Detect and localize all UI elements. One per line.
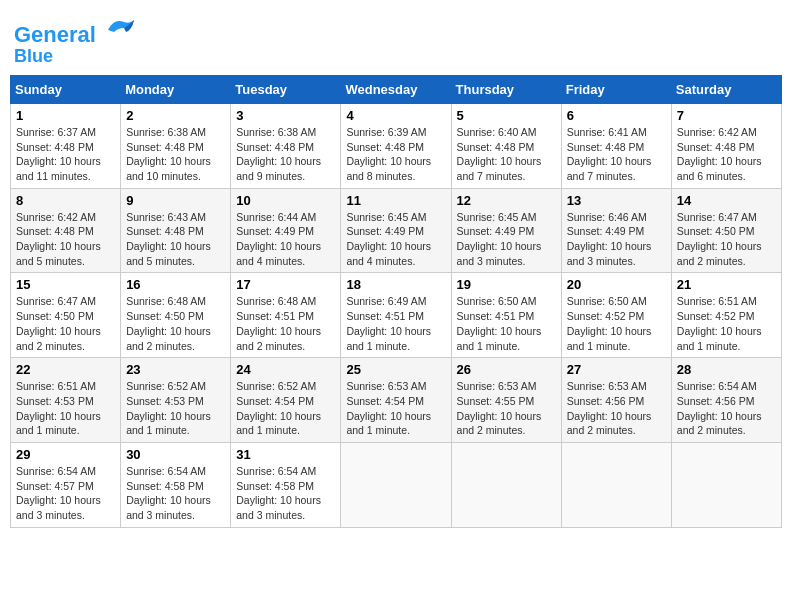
calendar-cell: 14 Sunrise: 6:47 AM Sunset: 4:50 PM Dayl… — [671, 188, 781, 273]
calendar-cell: 21 Sunrise: 6:51 AM Sunset: 4:52 PM Dayl… — [671, 273, 781, 358]
day-number: 1 — [16, 108, 115, 123]
day-info: Sunrise: 6:38 AM Sunset: 4:48 PM Dayligh… — [126, 125, 225, 184]
calendar-cell: 29 Sunrise: 6:54 AM Sunset: 4:57 PM Dayl… — [11, 442, 121, 527]
day-number: 7 — [677, 108, 776, 123]
day-info: Sunrise: 6:53 AM Sunset: 4:55 PM Dayligh… — [457, 379, 556, 438]
day-number: 22 — [16, 362, 115, 377]
day-info: Sunrise: 6:46 AM Sunset: 4:49 PM Dayligh… — [567, 210, 666, 269]
day-info: Sunrise: 6:45 AM Sunset: 4:49 PM Dayligh… — [346, 210, 445, 269]
day-number: 8 — [16, 193, 115, 208]
day-number: 12 — [457, 193, 556, 208]
day-number: 30 — [126, 447, 225, 462]
calendar-cell: 4 Sunrise: 6:39 AM Sunset: 4:48 PM Dayli… — [341, 103, 451, 188]
day-number: 25 — [346, 362, 445, 377]
day-info: Sunrise: 6:49 AM Sunset: 4:51 PM Dayligh… — [346, 294, 445, 353]
day-info: Sunrise: 6:54 AM Sunset: 4:58 PM Dayligh… — [126, 464, 225, 523]
calendar-cell: 15 Sunrise: 6:47 AM Sunset: 4:50 PM Dayl… — [11, 273, 121, 358]
day-info: Sunrise: 6:50 AM Sunset: 4:52 PM Dayligh… — [567, 294, 666, 353]
day-info: Sunrise: 6:42 AM Sunset: 4:48 PM Dayligh… — [16, 210, 115, 269]
day-info: Sunrise: 6:54 AM Sunset: 4:57 PM Dayligh… — [16, 464, 115, 523]
day-info: Sunrise: 6:47 AM Sunset: 4:50 PM Dayligh… — [677, 210, 776, 269]
calendar-cell — [671, 442, 781, 527]
calendar-cell: 19 Sunrise: 6:50 AM Sunset: 4:51 PM Dayl… — [451, 273, 561, 358]
calendar-day-header: Wednesday — [341, 75, 451, 103]
day-number: 26 — [457, 362, 556, 377]
day-number: 6 — [567, 108, 666, 123]
day-number: 18 — [346, 277, 445, 292]
calendar-cell: 9 Sunrise: 6:43 AM Sunset: 4:48 PM Dayli… — [121, 188, 231, 273]
page-header: General Blue — [10, 10, 782, 67]
calendar-week-row: 15 Sunrise: 6:47 AM Sunset: 4:50 PM Dayl… — [11, 273, 782, 358]
day-info: Sunrise: 6:37 AM Sunset: 4:48 PM Dayligh… — [16, 125, 115, 184]
day-info: Sunrise: 6:43 AM Sunset: 4:48 PM Dayligh… — [126, 210, 225, 269]
calendar-cell: 28 Sunrise: 6:54 AM Sunset: 4:56 PM Dayl… — [671, 358, 781, 443]
logo-bird-icon — [104, 10, 136, 42]
day-number: 27 — [567, 362, 666, 377]
day-number: 31 — [236, 447, 335, 462]
calendar-day-header: Tuesday — [231, 75, 341, 103]
day-info: Sunrise: 6:54 AM Sunset: 4:58 PM Dayligh… — [236, 464, 335, 523]
calendar-cell: 13 Sunrise: 6:46 AM Sunset: 4:49 PM Dayl… — [561, 188, 671, 273]
calendar-cell: 3 Sunrise: 6:38 AM Sunset: 4:48 PM Dayli… — [231, 103, 341, 188]
calendar-cell: 16 Sunrise: 6:48 AM Sunset: 4:50 PM Dayl… — [121, 273, 231, 358]
logo: General Blue — [14, 10, 136, 67]
day-number: 21 — [677, 277, 776, 292]
calendar-cell: 30 Sunrise: 6:54 AM Sunset: 4:58 PM Dayl… — [121, 442, 231, 527]
calendar-cell: 12 Sunrise: 6:45 AM Sunset: 4:49 PM Dayl… — [451, 188, 561, 273]
calendar-cell: 5 Sunrise: 6:40 AM Sunset: 4:48 PM Dayli… — [451, 103, 561, 188]
day-number: 13 — [567, 193, 666, 208]
day-info: Sunrise: 6:53 AM Sunset: 4:56 PM Dayligh… — [567, 379, 666, 438]
day-number: 23 — [126, 362, 225, 377]
day-number: 10 — [236, 193, 335, 208]
day-number: 14 — [677, 193, 776, 208]
calendar-week-row: 22 Sunrise: 6:51 AM Sunset: 4:53 PM Dayl… — [11, 358, 782, 443]
day-number: 5 — [457, 108, 556, 123]
calendar-cell — [341, 442, 451, 527]
day-number: 2 — [126, 108, 225, 123]
day-number: 11 — [346, 193, 445, 208]
calendar-cell: 2 Sunrise: 6:38 AM Sunset: 4:48 PM Dayli… — [121, 103, 231, 188]
calendar-cell: 17 Sunrise: 6:48 AM Sunset: 4:51 PM Dayl… — [231, 273, 341, 358]
calendar-cell: 7 Sunrise: 6:42 AM Sunset: 4:48 PM Dayli… — [671, 103, 781, 188]
day-number: 29 — [16, 447, 115, 462]
day-info: Sunrise: 6:39 AM Sunset: 4:48 PM Dayligh… — [346, 125, 445, 184]
calendar-cell: 18 Sunrise: 6:49 AM Sunset: 4:51 PM Dayl… — [341, 273, 451, 358]
calendar-cell — [451, 442, 561, 527]
calendar-cell: 20 Sunrise: 6:50 AM Sunset: 4:52 PM Dayl… — [561, 273, 671, 358]
calendar-day-header: Monday — [121, 75, 231, 103]
day-info: Sunrise: 6:44 AM Sunset: 4:49 PM Dayligh… — [236, 210, 335, 269]
day-info: Sunrise: 6:54 AM Sunset: 4:56 PM Dayligh… — [677, 379, 776, 438]
day-info: Sunrise: 6:48 AM Sunset: 4:50 PM Dayligh… — [126, 294, 225, 353]
calendar-cell: 10 Sunrise: 6:44 AM Sunset: 4:49 PM Dayl… — [231, 188, 341, 273]
calendar-day-header: Sunday — [11, 75, 121, 103]
calendar-table: SundayMondayTuesdayWednesdayThursdayFrid… — [10, 75, 782, 528]
day-number: 19 — [457, 277, 556, 292]
calendar-day-header: Friday — [561, 75, 671, 103]
day-number: 16 — [126, 277, 225, 292]
day-info: Sunrise: 6:52 AM Sunset: 4:54 PM Dayligh… — [236, 379, 335, 438]
calendar-cell: 25 Sunrise: 6:53 AM Sunset: 4:54 PM Dayl… — [341, 358, 451, 443]
calendar-header-row: SundayMondayTuesdayWednesdayThursdayFrid… — [11, 75, 782, 103]
day-number: 4 — [346, 108, 445, 123]
logo-blue: Blue — [14, 47, 136, 67]
day-info: Sunrise: 6:41 AM Sunset: 4:48 PM Dayligh… — [567, 125, 666, 184]
calendar-cell: 8 Sunrise: 6:42 AM Sunset: 4:48 PM Dayli… — [11, 188, 121, 273]
day-info: Sunrise: 6:53 AM Sunset: 4:54 PM Dayligh… — [346, 379, 445, 438]
day-info: Sunrise: 6:45 AM Sunset: 4:49 PM Dayligh… — [457, 210, 556, 269]
calendar-week-row: 29 Sunrise: 6:54 AM Sunset: 4:57 PM Dayl… — [11, 442, 782, 527]
calendar-day-header: Saturday — [671, 75, 781, 103]
calendar-cell: 23 Sunrise: 6:52 AM Sunset: 4:53 PM Dayl… — [121, 358, 231, 443]
calendar-cell: 24 Sunrise: 6:52 AM Sunset: 4:54 PM Dayl… — [231, 358, 341, 443]
day-info: Sunrise: 6:48 AM Sunset: 4:51 PM Dayligh… — [236, 294, 335, 353]
day-number: 17 — [236, 277, 335, 292]
calendar-day-header: Thursday — [451, 75, 561, 103]
day-info: Sunrise: 6:42 AM Sunset: 4:48 PM Dayligh… — [677, 125, 776, 184]
calendar-week-row: 1 Sunrise: 6:37 AM Sunset: 4:48 PM Dayli… — [11, 103, 782, 188]
calendar-cell: 26 Sunrise: 6:53 AM Sunset: 4:55 PM Dayl… — [451, 358, 561, 443]
calendar-cell: 1 Sunrise: 6:37 AM Sunset: 4:48 PM Dayli… — [11, 103, 121, 188]
day-info: Sunrise: 6:47 AM Sunset: 4:50 PM Dayligh… — [16, 294, 115, 353]
day-info: Sunrise: 6:40 AM Sunset: 4:48 PM Dayligh… — [457, 125, 556, 184]
day-info: Sunrise: 6:38 AM Sunset: 4:48 PM Dayligh… — [236, 125, 335, 184]
calendar-cell: 6 Sunrise: 6:41 AM Sunset: 4:48 PM Dayli… — [561, 103, 671, 188]
calendar-cell — [561, 442, 671, 527]
